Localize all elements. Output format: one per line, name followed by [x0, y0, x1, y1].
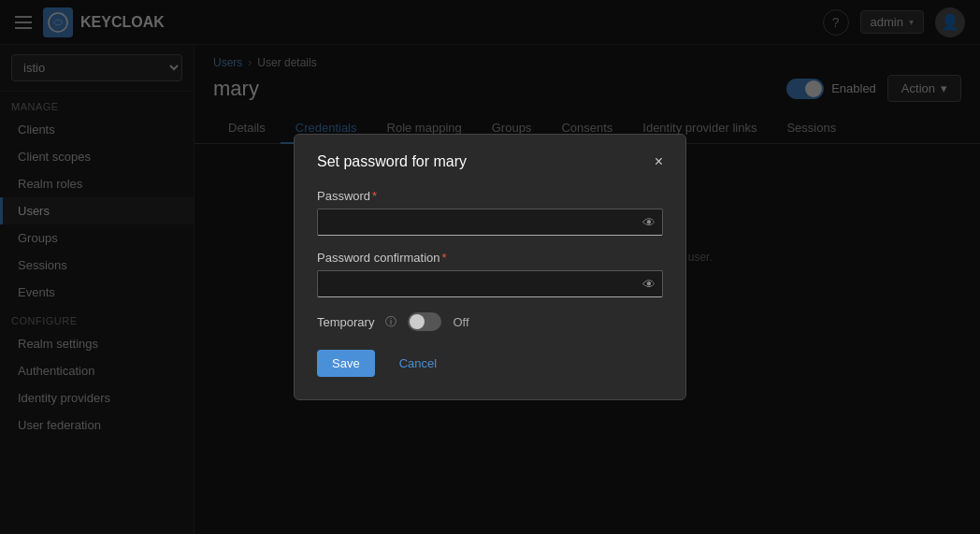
temporary-toggle[interactable] — [408, 312, 441, 331]
cancel-button[interactable]: Cancel — [384, 350, 452, 377]
password-confirmation-input-wrapper: 👁 — [317, 270, 663, 297]
password-field-group: Password* 👁 — [317, 189, 663, 236]
temporary-row: Temporary ⓘ Off — [317, 312, 663, 331]
temporary-label: Temporary — [317, 315, 374, 329]
temporary-off-label: Off — [453, 315, 468, 329]
modal-title: Set password for mary — [317, 153, 467, 170]
temporary-info-icon[interactable]: ⓘ — [385, 314, 396, 330]
password-label: Password* — [317, 189, 663, 203]
modal-overlay: Set password for mary × Password* 👁 Pass… — [0, 0, 980, 534]
modal-actions: Save Cancel — [317, 350, 663, 377]
password-confirmation-required: * — [442, 251, 447, 265]
temporary-toggle-knob — [410, 314, 425, 329]
modal-header: Set password for mary × — [317, 153, 663, 170]
modal-close-button[interactable]: × — [655, 153, 663, 170]
password-confirmation-field-group: Password confirmation* 👁 — [317, 251, 663, 297]
set-password-modal: Set password for mary × Password* 👁 Pass… — [294, 134, 686, 400]
password-confirmation-label: Password confirmation* — [317, 251, 663, 265]
password-confirmation-toggle-icon[interactable]: 👁 — [642, 277, 656, 292]
password-confirmation-input[interactable] — [317, 270, 663, 297]
save-button[interactable]: Save — [317, 350, 375, 377]
password-input-wrapper: 👁 — [317, 209, 663, 236]
password-required: * — [372, 189, 377, 203]
password-toggle-icon[interactable]: 👁 — [642, 215, 656, 230]
password-input[interactable] — [317, 209, 663, 236]
